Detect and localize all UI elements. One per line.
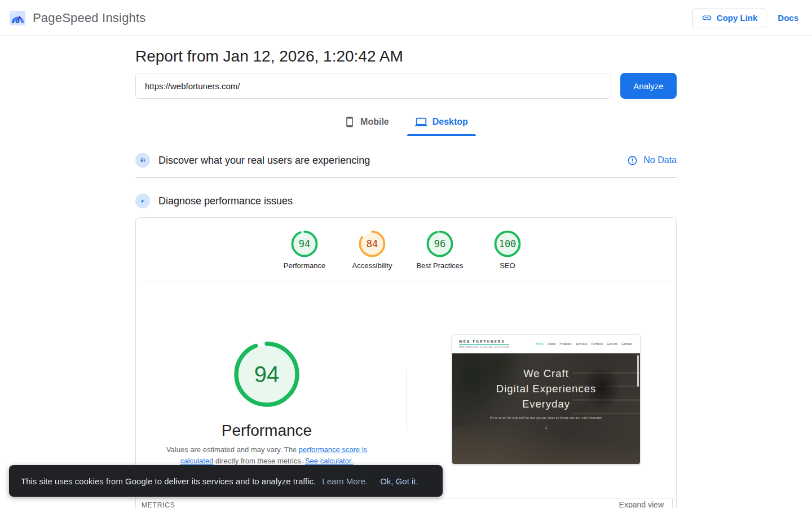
- copy-link-button[interactable]: Copy Link: [692, 8, 767, 28]
- diagnose-title: Diagnose performance issues: [158, 195, 293, 207]
- score-gauge-best-practices[interactable]: 96 Best Practices: [406, 230, 474, 270]
- score-value: 96: [426, 230, 453, 257]
- vertical-divider: [407, 369, 407, 430]
- docs-link[interactable]: Docs: [778, 13, 798, 23]
- analyze-button[interactable]: Analyze: [620, 73, 677, 99]
- disclaimer-text: directly from these metrics.: [213, 457, 305, 465]
- preview-nav-item: About: [548, 343, 556, 345]
- score-gauge-accessibility[interactable]: 84 Accessibility: [338, 230, 406, 270]
- preview-hero: We Craft Digital Experiences Everyday We…: [452, 353, 640, 465]
- main-content: Report from Jan 12, 2026, 1:20:42 AM Ana…: [135, 47, 677, 508]
- expand-view-button[interactable]: Expand view: [619, 500, 664, 508]
- tab-desktop[interactable]: Desktop: [407, 113, 476, 136]
- laptop-icon: [415, 116, 427, 128]
- field-data-title: Discover what your real users are experi…: [158, 155, 370, 167]
- score-gauge-seo[interactable]: 100 SEO: [474, 230, 541, 270]
- preview-nav-item: Careers: [607, 343, 617, 345]
- preview-brand: WEB FORTUNERS: [459, 340, 509, 345]
- score-value: 84: [359, 230, 386, 257]
- tab-mobile[interactable]: Mobile: [336, 113, 397, 136]
- pagespeed-logo-icon[interactable]: [9, 10, 26, 27]
- info-icon: [627, 155, 638, 166]
- site-screenshot-thumbnail[interactable]: WEB FORTUNERS WEB SERVICES & DIGITAL SOL…: [452, 334, 641, 465]
- real-users-icon: [135, 153, 150, 168]
- preview-brand-tagline: WEB SERVICES & DIGITAL SOLUTIONS: [459, 346, 509, 348]
- report-heading: Report from Jan 12, 2026, 1:20:42 AM: [135, 47, 677, 65]
- app-header: PageSpeed Insights Copy Link Docs: [0, 0, 812, 36]
- preview-nav-item: Products: [560, 343, 572, 345]
- diagnose-icon: [135, 194, 150, 208]
- device-tabs: Mobile Desktop: [135, 113, 677, 136]
- preview-nav-item: Portfolio: [592, 343, 603, 345]
- field-data-section: Discover what your real users are experi…: [135, 153, 677, 168]
- tab-desktop-label: Desktop: [433, 117, 468, 127]
- preview-hero-caption: We're on all the web stuff so that you c…: [452, 417, 640, 419]
- cookie-ok-button[interactable]: Ok, Got it.: [380, 476, 418, 486]
- score-label: Best Practices: [416, 261, 463, 270]
- cookie-message: This site uses cookies from Google to de…: [21, 476, 316, 486]
- url-input[interactable]: [135, 73, 611, 99]
- category-scores: 94 Performance 84 Accessibility: [136, 218, 676, 270]
- performance-score-value: 94: [234, 341, 299, 407]
- metrics-section-label: METRICS: [142, 501, 175, 508]
- preview-site-header: WEB FORTUNERS WEB SERVICES & DIGITAL SOL…: [452, 335, 640, 353]
- copy-link-label: Copy Link: [717, 13, 758, 23]
- no-data-status[interactable]: No Data: [627, 155, 677, 166]
- score-label: SEO: [500, 261, 515, 270]
- score-value: 94: [291, 230, 318, 257]
- link-icon: [701, 12, 712, 23]
- score-value: 100: [494, 230, 521, 257]
- diagnose-section: Diagnose performance issues: [135, 194, 677, 208]
- see-calculator-link[interactable]: See calculator.: [305, 457, 353, 465]
- analyze-form: Analyze: [135, 73, 677, 99]
- performance-panel-title: Performance: [136, 422, 398, 440]
- preview-nav-item: Home: [536, 343, 544, 345]
- score-label: Performance: [284, 261, 325, 270]
- smartphone-icon: [344, 116, 355, 128]
- score-gauge-performance[interactable]: 94 Performance: [271, 230, 338, 270]
- scroll-down-icon: ↓: [452, 423, 640, 430]
- tab-mobile-label: Mobile: [360, 117, 389, 127]
- no-data-label: No Data: [643, 155, 677, 165]
- performance-main-gauge: 94: [234, 341, 299, 407]
- preview-hero-heading: We Craft Digital Experiences Everyday: [452, 353, 640, 411]
- preview-nav-item: Contact: [621, 343, 632, 345]
- section-divider: [135, 177, 677, 178]
- lighthouse-report-card: 94 Performance 84 Accessibility: [135, 217, 677, 508]
- metrics-separator: [672, 499, 673, 508]
- preview-nav: Home About Products Services Portfolio C…: [536, 343, 632, 345]
- cookie-learn-more-link[interactable]: Learn More.: [322, 476, 368, 486]
- preview-nav-item: Services: [576, 343, 588, 345]
- metrics-divider: [136, 498, 676, 498]
- card-divider: [142, 282, 670, 282]
- hero-table-shape: [452, 426, 640, 465]
- cookie-banner: This site uses cookies from Google to de…: [9, 465, 443, 497]
- score-disclaimer: Values are estimated and may vary. The p…: [154, 444, 379, 467]
- page-title: PageSpeed Insights: [33, 11, 146, 25]
- preview-scrollbar: [637, 355, 639, 387]
- disclaimer-text: Values are estimated and may vary. The: [166, 445, 299, 454]
- score-label: Accessibility: [352, 261, 392, 270]
